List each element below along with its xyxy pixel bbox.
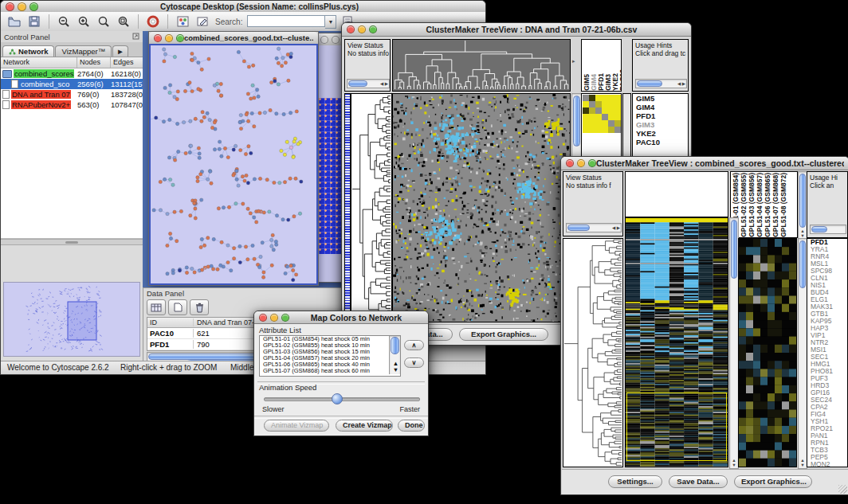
delete-attribute-button[interactable] — [190, 299, 209, 315]
column-label[interactable]: GIM5 — [583, 74, 590, 91]
column-dendrogram[interactable] — [625, 171, 728, 217]
close-button[interactable] — [320, 36, 328, 44]
panel-split-handle[interactable] — [1, 239, 143, 245]
main-title-bar[interactable]: Cytoscape Desktop (Session Name: collins… — [1, 1, 485, 13]
tab-vizmapper[interactable]: VizMapper™ — [55, 45, 112, 57]
treeview-combined-title-bar[interactable]: ClusterMaker TreeView : combined_scores_… — [561, 157, 848, 170]
minimize-button[interactable] — [358, 25, 366, 33]
network-canvas[interactable] — [149, 44, 318, 285]
column-label[interactable]: GPL51-04 (GSM857) — [756, 173, 763, 237]
tab-network[interactable]: Network — [2, 45, 54, 57]
maximize-button[interactable] — [588, 159, 596, 167]
attribute-list-vscrollbar[interactable]: ▲▼ — [389, 336, 400, 374]
resize-grip[interactable] — [838, 485, 847, 494]
close-button[interactable] — [259, 314, 267, 322]
column-label[interactable]: PAC10 — [619, 69, 622, 91]
settings-button[interactable]: Settings... — [608, 475, 662, 488]
scrollbar-thumb[interactable] — [348, 80, 367, 87]
dialog-title-bar[interactable]: Map Colors to Network — [254, 311, 428, 324]
row-dendrogram[interactable] — [563, 238, 623, 467]
maximize-button[interactable] — [176, 34, 184, 42]
gene-list-item[interactable]: PFD1 — [634, 111, 688, 120]
attribute-select-button[interactable] — [147, 299, 166, 315]
column-label[interactable]: YKE2 — [612, 73, 618, 91]
close-button[interactable] — [347, 25, 355, 33]
scrollbar-thumb[interactable] — [567, 225, 590, 231]
network-window-title-bar[interactable]: combined_scores_good.txt--cluste... — [149, 32, 318, 45]
col-network[interactable]: Network — [1, 57, 77, 68]
zoom-in-button[interactable] — [75, 14, 92, 29]
animate-vizmap-button[interactable]: Animate Vizmap — [264, 420, 329, 432]
vizmapper-colors-button[interactable] — [174, 14, 191, 29]
view-status-hscrollbar[interactable]: ◀ ▶ — [347, 79, 390, 88]
scrollbar-thumb[interactable] — [811, 226, 827, 232]
scrollbar-thumb[interactable] — [799, 240, 806, 288]
minimize-button[interactable] — [165, 34, 173, 42]
scroll-arrows-icon[interactable]: ◀ ▶ — [380, 80, 388, 88]
usage-hints-hscrollbar[interactable] — [810, 225, 846, 234]
similarity-matrix[interactable] — [583, 95, 621, 133]
heatmap-zoomed[interactable] — [738, 238, 797, 467]
minimize-button[interactable] — [18, 2, 26, 11]
slider-thumb[interactable] — [332, 393, 343, 404]
gene-list-item[interactable]: YKE2 — [634, 129, 688, 138]
gene-list-item[interactable]: PAC10 — [634, 138, 688, 147]
help-lifesaver-button[interactable] — [144, 14, 162, 29]
float-panel-icon[interactable] — [132, 33, 139, 41]
gene-list-item[interactable]: GIM3 — [634, 120, 688, 129]
maximize-button[interactable] — [281, 314, 289, 322]
column-labels-panel[interactable]: GIM5GIM4PFD1GIM3YKE2PAC10 — [581, 39, 622, 92]
column-dendrogram[interactable] — [392, 39, 571, 92]
zoom-out-button[interactable] — [55, 14, 73, 29]
scroll-arrows-icon[interactable]: ▲▼ — [730, 458, 738, 467]
column-label[interactable]: GPL51-07 (GSM868) — [772, 173, 779, 237]
tab-scroll-arrow[interactable]: ► — [112, 45, 128, 57]
zoom-selected-button[interactable] — [115, 14, 132, 29]
id-column-header[interactable]: ID — [147, 318, 194, 326]
view-status-hscrollbar[interactable]: ◀ ▶ — [566, 223, 622, 232]
heatmap-selection-box[interactable] — [626, 393, 727, 461]
minimize-button[interactable] — [270, 314, 278, 322]
gene-list-item[interactable]: GIM4 — [634, 103, 688, 111]
attribute-list-item[interactable]: GPL51-07 (GSM868) heat shock 60 min — [261, 368, 391, 374]
done-button[interactable]: Done — [398, 420, 425, 432]
gene-list-item[interactable]: MON2 — [809, 461, 847, 467]
export-graphics-button[interactable]: Export Graphics... — [459, 328, 548, 341]
scrollbar-thumb[interactable] — [799, 174, 806, 228]
column-label[interactable]: GPL51-02 (GSM855) — [740, 173, 747, 237]
save-session-button[interactable] — [26, 14, 43, 29]
maximize-button[interactable] — [369, 25, 377, 33]
col-edges[interactable]: Edges — [111, 57, 143, 68]
column-label[interactable]: GIM3 — [605, 74, 611, 91]
move-up-button[interactable]: ∧ — [404, 340, 424, 350]
scroll-arrows-icon[interactable]: ◀ ▶ — [677, 80, 685, 88]
annotation-button[interactable] — [194, 14, 211, 29]
column-label[interactable]: GIM4 — [591, 74, 597, 91]
minimize-button[interactable] — [332, 36, 340, 44]
scroll-arrows-icon[interactable]: ▲▼ — [799, 458, 807, 467]
column-label[interactable]: GPL51-03 (GSM856) — [748, 173, 755, 237]
panel-resize-arrow-icon[interactable]: ▸ — [572, 58, 575, 64]
row-dendrogram[interactable] — [351, 93, 392, 322]
network-graph[interactable] — [151, 45, 316, 285]
scrollbar-thumb[interactable] — [637, 80, 662, 87]
scrollbar-thumb[interactable] — [391, 337, 399, 354]
export-graphics-button[interactable]: Export Graphics... — [734, 475, 812, 488]
column-label[interactable]: GPL51-08 (GSM872) — [780, 173, 787, 237]
scroll-arrows-icon[interactable]: ▲▼ — [799, 229, 807, 238]
scrollbar-thumb[interactable] — [573, 96, 580, 147]
network-tree-row[interactable]: RNAPuberNov2+563(0)107847(0) — [1, 100, 143, 110]
heatmap-main[interactable] — [625, 217, 728, 467]
network-tree-row[interactable]: combined_sco2569(6)13112(15) — [1, 79, 143, 89]
close-button[interactable] — [566, 159, 574, 167]
create-vizmap-button[interactable]: Create Vizmap — [336, 420, 393, 432]
col-nodes[interactable]: Nodes — [77, 57, 111, 68]
heatmap-main[interactable] — [392, 93, 571, 322]
maximize-button[interactable] — [29, 2, 38, 11]
search-input[interactable] — [247, 15, 325, 27]
column-label[interactable]: PFD1 — [598, 73, 604, 91]
zoom-fit-button[interactable] — [95, 14, 112, 29]
save-data-button[interactable]: Save Data... — [669, 475, 728, 488]
scrollbar-thumb[interactable] — [731, 220, 737, 279]
usage-hints-hscrollbar[interactable]: ◀ ▶ — [635, 79, 687, 88]
